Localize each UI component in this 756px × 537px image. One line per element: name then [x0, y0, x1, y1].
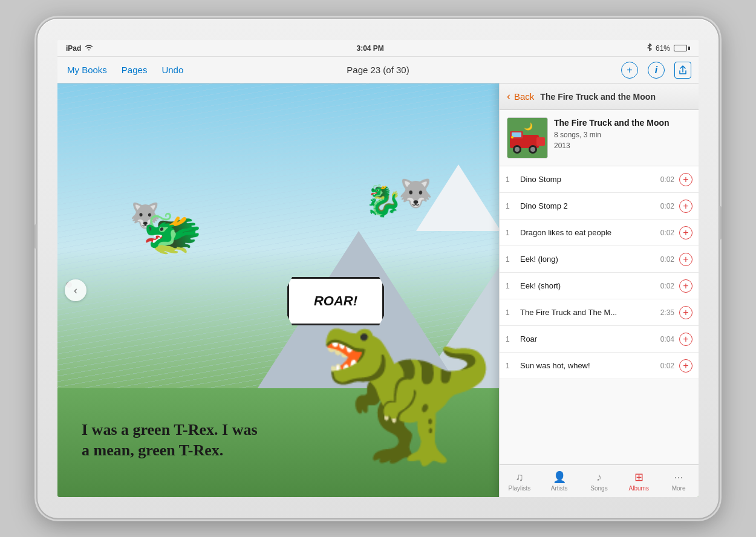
more-icon: ··· — [674, 471, 683, 484]
song-row[interactable]: 1 Dino Stomp 0:02 + — [500, 166, 699, 193]
status-right: 61% — [647, 43, 690, 53]
song-add-button[interactable]: + — [679, 253, 692, 266]
song-name: Dragon likes to eat people — [520, 228, 660, 237]
albums-icon: ⊞ — [634, 470, 644, 484]
song-track-num: 1 — [506, 335, 515, 343]
undo-button[interactable]: Undo — [159, 63, 186, 76]
song-add-button[interactable]: + — [679, 306, 692, 319]
songs-icon: ♪ — [596, 471, 602, 484]
back-chevron-icon: ‹ — [507, 90, 510, 103]
song-duration: 0:02 — [660, 282, 674, 290]
song-duration: 2:35 — [660, 308, 674, 317]
album-details: The Fire Truck and the Moon 8 songs, 3 m… — [554, 117, 691, 150]
albums-label: Albums — [629, 485, 649, 492]
my-books-button[interactable]: My Books — [65, 63, 109, 76]
toolbar-right: + i — [621, 62, 691, 79]
tab-songs[interactable]: ♪ Songs — [579, 465, 619, 497]
playlists-label: Playlists — [509, 485, 531, 492]
song-list: 1 Dino Stomp 0:02 + 1 Dino Stomp 2 0:02 … — [500, 166, 699, 464]
album-songs-count: 8 songs, 3 min — [554, 131, 691, 139]
album-info: 🌙 The Fire Truck and the Moon 8 songs, 3… — [500, 110, 699, 166]
songs-label: Songs — [590, 485, 607, 492]
song-track-num: 1 — [506, 202, 515, 210]
artists-icon: 👤 — [553, 470, 566, 484]
svg-point-7 — [530, 147, 535, 152]
song-add-button[interactable]: + — [679, 279, 692, 293]
bluetooth-icon — [647, 43, 652, 53]
status-bar: iPad 3:04 PM 61% — [57, 40, 699, 57]
song-row[interactable]: 1 Eek! (long) 0:02 + — [500, 246, 699, 273]
add-button[interactable]: + — [621, 62, 638, 79]
song-add-button[interactable]: + — [679, 226, 692, 239]
status-time: 3:04 PM — [356, 44, 383, 53]
status-left: iPad — [66, 44, 93, 53]
artists-label: Artists — [551, 485, 568, 492]
battery-icon — [674, 45, 690, 51]
song-row[interactable]: 1 Eek! (short) 0:02 + — [500, 273, 699, 299]
tab-albums[interactable]: ⊞ Albums — [619, 465, 659, 497]
song-track-num: 1 — [506, 175, 515, 184]
album-title: The Fire Truck and the Moon — [554, 117, 691, 128]
song-name: Dino Stomp — [520, 175, 660, 184]
page-info: Page 23 (of 30) — [347, 65, 409, 75]
ipad-shell: iPad 3:04 PM 61% — [36, 18, 720, 519]
flying-dragon: 🐉 — [365, 183, 402, 218]
more-label: More — [672, 485, 686, 492]
book-text-line2: a mean, green T-Rex. — [82, 440, 258, 461]
panel-header: ‹ Back The Fire Truck and the Moon — [500, 83, 699, 110]
song-track-num: 1 — [506, 362, 515, 370]
song-add-button[interactable]: + — [679, 333, 692, 346]
device-label: iPad — [66, 44, 81, 53]
album-art: 🌙 — [507, 117, 548, 158]
playlists-icon: ♫ — [515, 471, 524, 484]
wolf-mountain: 🐺 — [399, 177, 432, 209]
song-add-button[interactable]: + — [679, 359, 692, 373]
tab-more[interactable]: ··· More — [659, 465, 699, 497]
song-name: Dino Stomp 2 — [520, 201, 660, 210]
pages-button[interactable]: Pages — [119, 63, 150, 76]
prev-page-button[interactable]: ‹ — [65, 279, 86, 301]
song-duration: 0:02 — [660, 255, 674, 264]
song-add-button[interactable]: + — [679, 173, 692, 186]
tab-artists[interactable]: 👤 Artists — [539, 465, 579, 497]
svg-point-9 — [511, 136, 513, 138]
album-year: 2013 — [554, 142, 691, 150]
song-track-num: 1 — [506, 308, 515, 317]
battery-percent: 61% — [656, 44, 670, 53]
info-button[interactable]: i — [648, 62, 665, 79]
toolbar-left: My Books Pages Undo — [65, 63, 186, 76]
tab-playlists[interactable]: ♫ Playlists — [500, 465, 539, 497]
music-panel: ‹ Back The Fire Truck and the Moon — [499, 83, 699, 497]
volume-button[interactable] — [34, 224, 37, 249]
song-row[interactable]: 1 Sun was hot, whew! 0:02 + — [500, 353, 699, 379]
song-name: Roar — [520, 334, 660, 343]
song-name: The Fire Truck and The M... — [520, 308, 660, 317]
svg-rect-8 — [536, 137, 545, 146]
song-name: Eek! (short) — [520, 281, 660, 290]
ipad-screen: iPad 3:04 PM 61% — [57, 40, 699, 497]
back-button[interactable]: Back — [514, 91, 534, 102]
power-button[interactable] — [719, 206, 722, 239]
panel-title: The Fire Truck and the Moon — [540, 92, 656, 102]
share-button[interactable] — [674, 62, 691, 79]
song-duration: 0:04 — [660, 335, 674, 343]
song-add-button[interactable]: + — [679, 200, 692, 213]
red-dragon: 🐲 — [142, 204, 203, 261]
song-row[interactable]: 1 Dino Stomp 2 0:02 + — [500, 193, 699, 220]
song-row[interactable]: 1 Roar 0:04 + — [500, 326, 699, 353]
green-trex: 🦖 — [315, 316, 496, 461]
song-row[interactable]: 1 The Fire Truck and The M... 2:35 + — [500, 299, 699, 326]
song-duration: 0:02 — [660, 362, 674, 370]
book-text: I was a green T-Rex. I was a mean, green… — [82, 420, 258, 461]
song-track-num: 1 — [506, 282, 515, 290]
panel-tabs: ♫ Playlists 👤 Artists ♪ Songs ⊞ Albums ·… — [500, 464, 699, 497]
toolbar: My Books Pages Undo Page 23 (of 30) + i — [57, 57, 699, 83]
svg-text:🌙: 🌙 — [524, 122, 533, 131]
song-duration: 0:02 — [660, 175, 674, 184]
song-duration: 0:02 — [660, 202, 674, 210]
wifi-icon — [85, 44, 93, 53]
main-content: 🐺 🐉 🐺 🐲 ROAR! 🦖 I was a green T-Rex. I w… — [57, 83, 699, 497]
svg-point-5 — [515, 147, 520, 152]
song-track-num: 1 — [506, 229, 515, 237]
song-row[interactable]: 1 Dragon likes to eat people 0:02 + — [500, 220, 699, 246]
